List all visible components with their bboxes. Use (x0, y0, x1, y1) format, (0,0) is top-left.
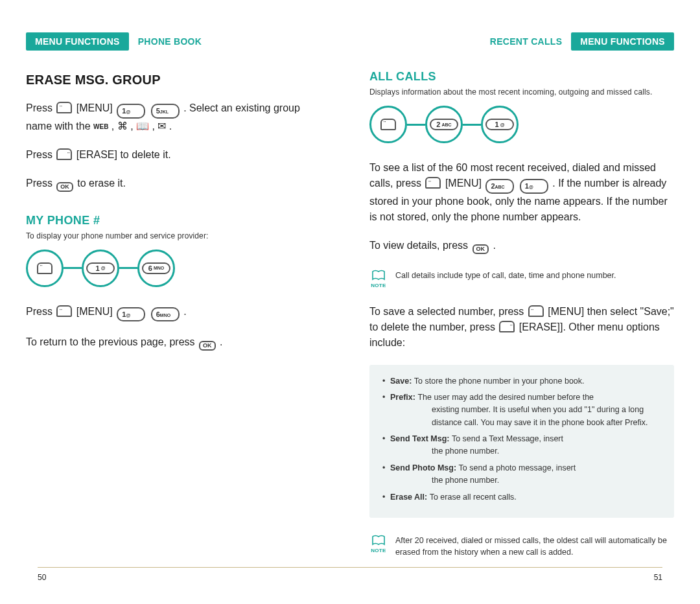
step-softkey-icon (26, 250, 64, 287)
ok-key-icon: OK (56, 182, 73, 192)
note-book-icon: NOTE (369, 535, 388, 553)
softkey-left-icon (37, 262, 52, 274)
text: To view details, press (369, 240, 471, 251)
text: Press (26, 149, 55, 160)
footer-rule (38, 567, 662, 568)
erase-delete-line: Press [ERASE] to delete it. (26, 147, 331, 163)
erase-instructions: Press [MENU] 1@ 5JKL . Select an existin… (26, 100, 331, 134)
step-circles-myphone: 1@ 6MNO (26, 250, 331, 287)
softkey-left-icon (56, 102, 72, 113)
step-key-6-icon: 6MNO (137, 250, 175, 287)
myphone-press-line: Press [MENU] 1@ 6MNO . (26, 304, 331, 322)
softkey-right-icon (56, 148, 72, 160)
note-label: NOTE (371, 283, 386, 288)
text: . (220, 336, 222, 347)
option-item: Send Photo Msg: To send a photo message,… (381, 462, 662, 487)
note-text: After 20 received, dialed or missed call… (395, 535, 674, 558)
option-item: Send Text Msg: To send a Text Message, i… (381, 433, 662, 458)
option-item: Save: To store the phone number in your … (381, 375, 662, 388)
connector (407, 124, 425, 126)
options-list: Save: To store the phone number in your … (381, 375, 662, 504)
text: to erase it. (77, 178, 126, 189)
option-item: Erase All: To erase all recent calls. (381, 491, 662, 504)
softkey-left-icon (425, 177, 441, 189)
section-pill: MENU FUNCTIONS (26, 32, 129, 51)
note-text: Call details include type of call, date,… (395, 270, 674, 281)
text: . (183, 306, 186, 317)
step-key-2-icon: 2ABC (425, 106, 463, 143)
page-left: MENU FUNCTIONS PHONE BOOK ERASE MSG. GRO… (26, 32, 331, 578)
option-item: Prefix: The user may add the desired num… (381, 391, 662, 429)
heading-my-phone: MY PHONE # (26, 214, 331, 227)
text: To return to the previous page, press (26, 336, 198, 347)
step-circles-allcalls: 2ABC 1@ (369, 106, 674, 143)
step-softkey-icon (369, 106, 407, 143)
connector (64, 267, 82, 269)
note-book-icon: NOTE (369, 270, 388, 288)
ok-key-icon: OK (472, 244, 489, 254)
key-5-icon: 5JKL (151, 104, 180, 119)
my-phone-desc: To display your phone number and service… (26, 231, 331, 240)
header-left: MENU FUNCTIONS PHONE BOOK (26, 32, 331, 51)
nav-glyphs: , ⌘ , 📖 , ✉ . (111, 121, 172, 132)
note-history-limit: NOTE After 20 received, dialed or missed… (369, 535, 674, 558)
text: [MENU] (76, 306, 115, 317)
text: [ERASE] to delete it. (76, 149, 171, 160)
connector (463, 124, 481, 126)
key-2-icon: 2ABC (485, 179, 514, 194)
step-key-1-icon: 1@ (481, 106, 519, 143)
text: Press (26, 178, 55, 189)
section-sub: PHONE BOOK (138, 36, 202, 47)
ok-key-icon: OK (199, 341, 216, 351)
allcalls-view-details: To view details, press OK . (369, 238, 674, 254)
key-1-icon: 1@ (117, 104, 145, 119)
all-calls-desc: Displays information about the most rece… (369, 87, 674, 97)
text: . Select an existing group (183, 102, 300, 113)
erase-confirm-line: Press OK to erase it. (26, 176, 331, 192)
page-right: RECENT CALLS MENU FUNCTIONS ALL CALLS Di… (369, 32, 674, 578)
header-right: RECENT CALLS MENU FUNCTIONS (369, 32, 674, 51)
heading-all-calls: ALL CALLS (369, 70, 674, 84)
softkey-left-icon (528, 305, 544, 317)
connector (119, 267, 137, 269)
text: [MENU] (76, 102, 115, 113)
softkey-left-icon (380, 119, 396, 130)
text: . (493, 240, 495, 251)
key-1-icon: 1@ (117, 307, 145, 322)
note-label: NOTE (371, 548, 386, 553)
options-box: Save: To store the phone number in your … (369, 365, 674, 518)
text: To save a selected number, press (369, 306, 527, 317)
section-sub: RECENT CALLS (490, 36, 562, 47)
manual-spread: MENU FUNCTIONS PHONE BOOK ERASE MSG. GRO… (0, 0, 700, 604)
section-pill: MENU FUNCTIONS (571, 32, 674, 51)
key-6-icon: 6MNO (151, 307, 180, 322)
text: Press (26, 102, 55, 113)
text: Press (26, 306, 55, 317)
allcalls-body-1: To see a list of the 60 most recent rece… (369, 160, 674, 225)
allcalls-save-delete: To save a selected number, press [MENU] … (369, 304, 674, 351)
heading-erase-msg-group: ERASE MSG. GROUP (26, 73, 331, 87)
softkey-right-icon (499, 321, 515, 332)
softkey-left-icon (56, 305, 72, 317)
page-number-left: 50 (38, 573, 46, 582)
page-number-right: 51 (654, 573, 662, 582)
step-key-1-icon: 1@ (82, 250, 119, 287)
note-call-details: NOTE Call details include type of call, … (369, 270, 674, 288)
web-label: WEB (93, 123, 108, 130)
myphone-return-line: To return to the previous page, press OK… (26, 334, 331, 351)
text: name with the (26, 121, 93, 132)
key-1-icon: 1@ (520, 179, 548, 194)
text: [MENU] (445, 178, 484, 189)
